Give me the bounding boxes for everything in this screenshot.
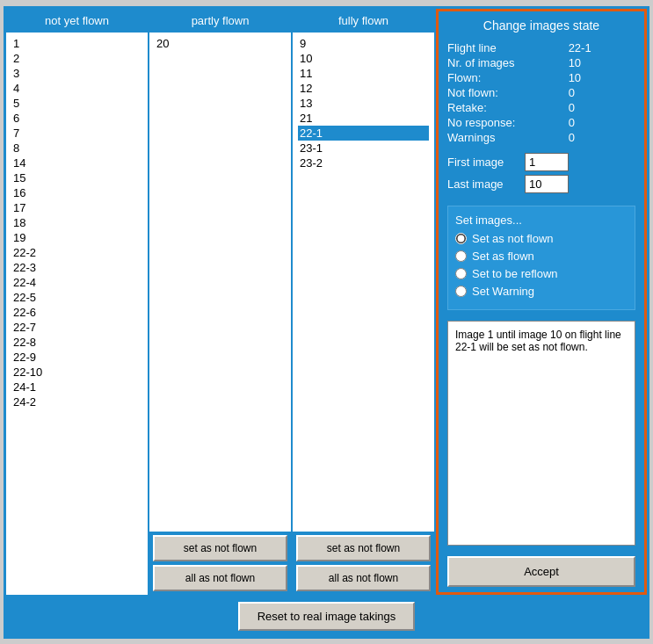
list-item[interactable]: 11 (298, 66, 429, 81)
list-item[interactable]: 1 (11, 36, 142, 51)
list-item[interactable]: 22-5 (11, 290, 142, 305)
list-item[interactable]: 6 (11, 111, 142, 126)
bottom-bar: Reset to real image takings (6, 595, 647, 636)
fully-flown-header: fully flown (293, 9, 434, 33)
set-flown-label: Set as flown (472, 250, 534, 263)
not-yet-flown-list[interactable]: 1234567814151617181922-222-322-422-522-6… (6, 33, 148, 595)
accept-button[interactable]: Accept (447, 556, 635, 587)
last-image-label: Last image (447, 177, 518, 191)
set-reflown-option[interactable]: Set to be reflown (455, 267, 628, 280)
set-flown-option[interactable]: Set as flown (455, 250, 628, 263)
list-item[interactable]: 23-1 (298, 141, 429, 156)
flight-line-value: 22-1 (569, 41, 635, 54)
list-item[interactable]: 8 (11, 141, 142, 156)
set-warning-option[interactable]: Set Warning (455, 285, 628, 298)
list-item[interactable]: 22-2 (11, 245, 142, 260)
flown-value: 10 (569, 71, 635, 84)
list-item[interactable]: 3 (11, 66, 142, 81)
list-item[interactable]: 22-9 (11, 350, 142, 365)
set-images-title: Set images... (455, 213, 628, 227)
set-not-flown-option[interactable]: Set as not flown (455, 232, 628, 245)
left-columns: not yet flown 1234567814151617181922-222… (6, 9, 436, 595)
list-item[interactable]: 21 (298, 111, 429, 126)
list-item[interactable]: 10 (298, 51, 429, 66)
right-panel-title: Change images state (439, 11, 644, 40)
set-warning-radio[interactable] (455, 286, 467, 297)
set-images-box: Set images... Set as not flown Set as fl… (447, 206, 635, 310)
list-item[interactable]: 22-10 (11, 365, 142, 380)
nr-images-label: Nr. of images (447, 56, 560, 69)
set-not-flown-label: Set as not flown (472, 232, 554, 245)
list-item[interactable]: 9 (298, 36, 429, 51)
partly-flown-all-not-flown-button[interactable]: all as not flown (153, 565, 287, 591)
list-item[interactable]: 16 (11, 185, 142, 200)
list-item[interactable]: 5 (11, 96, 142, 111)
retake-label: Retake: (447, 101, 560, 114)
fully-flown-set-not-flown-button[interactable]: set as not flown (296, 535, 431, 561)
nr-images-value: 10 (569, 56, 635, 69)
list-item[interactable]: 22-3 (11, 260, 142, 275)
list-item[interactable]: 13 (298, 96, 429, 111)
no-response-label: No response: (447, 116, 560, 129)
list-item[interactable]: 22-6 (11, 305, 142, 320)
first-image-input[interactable] (525, 153, 569, 171)
warnings-label: Warnings (447, 131, 560, 144)
list-item[interactable]: 17 (11, 200, 142, 215)
list-item[interactable]: 15 (11, 170, 142, 185)
partly-flown-set-not-flown-button[interactable]: set as not flown (153, 535, 287, 561)
reset-button[interactable]: Reset to real image takings (238, 602, 416, 631)
partly-flown-column: partly flown 20 set as not flown all as … (149, 9, 293, 595)
set-warning-label: Set Warning (472, 285, 534, 298)
image-range-section: First image Last image (439, 146, 644, 200)
fully-flown-all-not-flown-button[interactable]: all as not flown (296, 565, 431, 591)
list-item[interactable]: 22-1 (298, 126, 429, 141)
info-grid: Flight line 22-1 Nr. of images 10 Flown:… (439, 40, 644, 146)
list-item[interactable]: 12 (298, 81, 429, 96)
last-image-input[interactable] (525, 175, 569, 193)
set-not-flown-radio[interactable] (455, 233, 467, 244)
partly-flown-header: partly flown (149, 9, 291, 33)
flight-line-label: Flight line (447, 41, 560, 54)
no-response-value: 0 (569, 116, 635, 129)
list-item[interactable]: 22-7 (11, 320, 142, 335)
list-item[interactable]: 2 (11, 51, 142, 66)
retake-value: 0 (569, 101, 635, 114)
first-image-row: First image (447, 153, 635, 171)
flown-label: Flown: (447, 71, 560, 84)
list-item[interactable]: 20 (155, 36, 286, 51)
list-item[interactable]: 19 (11, 230, 142, 245)
right-panel: Change images state Flight line 22-1 Nr.… (436, 9, 647, 595)
not-yet-flown-column: not yet flown 1234567814151617181922-222… (6, 9, 149, 595)
message-box: Image 1 until image 10 on flight line 22… (447, 321, 635, 546)
fully-flown-column: fully flown 9101112132122-123-123-2 set … (293, 9, 434, 595)
list-item[interactable]: 24-2 (11, 394, 142, 409)
list-item[interactable]: 23-2 (298, 156, 429, 170)
list-item[interactable]: 24-1 (11, 380, 142, 394)
set-flown-radio[interactable] (455, 250, 467, 262)
fully-flown-list[interactable]: 9101112132122-123-123-2 (293, 33, 434, 532)
fully-flown-buttons: set as not flown all as not flown (293, 532, 434, 595)
first-image-label: First image (447, 156, 518, 169)
main-container: not yet flown 1234567814151617181922-222… (4, 6, 649, 639)
list-item[interactable]: 7 (11, 126, 142, 141)
not-flown-value: 0 (569, 86, 635, 99)
set-reflown-label: Set to be reflown (472, 267, 558, 280)
set-reflown-radio[interactable] (455, 268, 467, 279)
partly-flown-list[interactable]: 20 (149, 33, 291, 532)
list-item[interactable]: 4 (11, 81, 142, 96)
list-item[interactable]: 22-4 (11, 275, 142, 290)
top-section: not yet flown 1234567814151617181922-222… (6, 9, 647, 595)
warnings-value: 0 (569, 131, 635, 144)
list-item[interactable]: 14 (11, 156, 142, 170)
not-flown-label: Not flown: (447, 86, 560, 99)
last-image-row: Last image (447, 175, 635, 193)
list-item[interactable]: 22-8 (11, 335, 142, 350)
list-item[interactable]: 18 (11, 215, 142, 230)
partly-flown-buttons: set as not flown all as not flown (149, 532, 291, 595)
not-yet-flown-header: not yet flown (6, 9, 148, 33)
